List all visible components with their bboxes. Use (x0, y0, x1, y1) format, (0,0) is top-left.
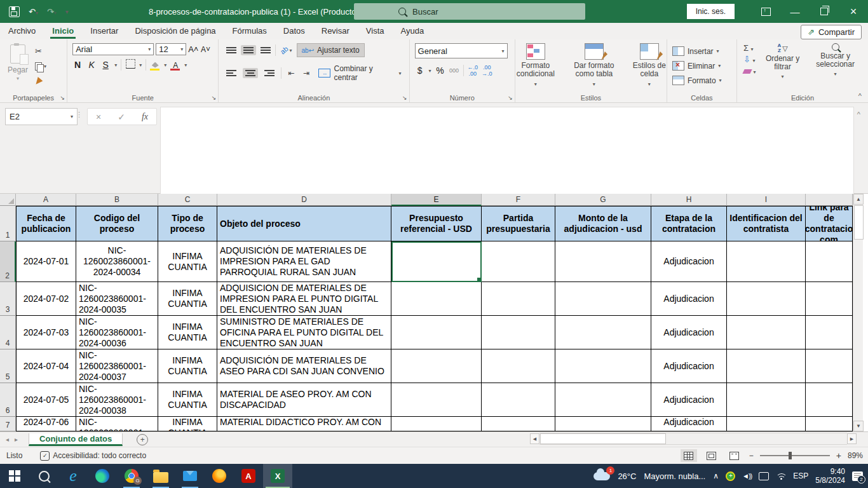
orientation-button[interactable]: ab▾ (278, 44, 294, 56)
tab-vista[interactable]: Vista (358, 24, 393, 39)
row-header-1[interactable]: 1 (0, 206, 16, 241)
new-sheet-button[interactable]: + (137, 434, 148, 445)
antivirus-icon[interactable] (726, 471, 735, 481)
tab-insertar[interactable]: Insertar (82, 24, 126, 39)
normal-view-button[interactable] (681, 449, 697, 462)
insert-function-button[interactable]: fx (142, 112, 148, 122)
format-cells-button[interactable]: Formato▾ (672, 74, 722, 87)
cell-fecha[interactable]: 2024-07-06 (16, 417, 76, 431)
italic-button[interactable]: K (86, 60, 97, 70)
cell-link[interactable] (806, 282, 853, 316)
clear-button[interactable]: ▾ (743, 66, 756, 76)
ribbon-display-options-button[interactable] (751, 0, 780, 23)
file-explorer-button[interactable] (146, 464, 175, 488)
cell-tipo[interactable]: INFIMA CUANTIA (158, 241, 217, 282)
clipboard-dialog-launcher[interactable]: ↘ (60, 95, 65, 101)
cell-identificacion[interactable] (727, 417, 806, 431)
tab-ayuda[interactable]: Ayuda (393, 24, 433, 39)
increase-decimal-button[interactable]: ←.0.00 (468, 64, 478, 77)
cell-etapa[interactable]: Adjudicacion (651, 349, 727, 383)
row-header-3[interactable]: 3 (0, 282, 16, 316)
align-right-button[interactable] (262, 68, 277, 78)
format-as-table-button[interactable]: Dar formato como tabla▾ (563, 42, 625, 92)
cell-tipo[interactable]: INFIMA CUANTIA (158, 417, 217, 431)
save-icon[interactable] (9, 6, 20, 17)
internet-explorer-button[interactable]: e (58, 464, 88, 488)
collapse-ribbon-button[interactable]: ^ (858, 92, 862, 100)
sort-filter-button[interactable]: AZ▽ Ordenar y filtrar▾ (759, 42, 807, 92)
chrome-button[interactable]: G (117, 464, 146, 488)
cell-fecha[interactable]: 2024-07-02 (16, 282, 76, 316)
cell-monto[interactable] (555, 349, 651, 383)
decrease-indent-button[interactable]: ⇤ (285, 67, 297, 79)
cell-monto[interactable] (555, 316, 651, 349)
cell-objeto[interactable]: MATERIAL DE ASEO PROY. AM CON DISCAPACID… (217, 383, 391, 417)
cell-presupuesto[interactable] (391, 282, 482, 316)
decrease-font-button[interactable]: A˅ (200, 45, 210, 54)
header-tipo[interactable]: Tipo de proceso (158, 206, 217, 241)
header-codigo[interactable]: Codigo del proceso (76, 206, 158, 241)
column-header-F[interactable]: F (482, 194, 555, 206)
tab-archivo[interactable]: Archivo (0, 24, 44, 39)
font-name-select[interactable]: Arial▾ (72, 43, 154, 55)
firefox-button[interactable] (205, 464, 234, 488)
zoom-level[interactable]: 89% (848, 451, 863, 460)
borders-button[interactable] (125, 59, 135, 71)
accessibility-status[interactable]: Accesibilidad: todo correcto (53, 451, 146, 460)
cell-monto[interactable] (555, 282, 651, 316)
cell-objeto[interactable]: ADQUISICIÓN DE MATERIALES DE IMPRESION P… (217, 241, 391, 282)
row-header-5[interactable]: 5 (0, 349, 16, 383)
cell-presupuesto[interactable] (391, 417, 482, 431)
minimize-button[interactable]: — (780, 0, 810, 23)
page-layout-view-button[interactable] (703, 449, 720, 462)
cell-fecha[interactable]: 2024-07-03 (16, 316, 76, 349)
signin-button[interactable]: Inic. ses. (687, 4, 735, 19)
cell-etapa[interactable]: Adjudicacion (651, 282, 727, 316)
column-header-E[interactable]: E (391, 194, 482, 206)
font-color-button[interactable]: A (170, 60, 180, 71)
header-presupuesto[interactable]: Presupuesto referencial - USD (391, 206, 482, 241)
cell-objeto[interactable]: ADQUISICIÓN DE MATERIALES DE ASEO PARA C… (217, 349, 391, 383)
active-cell-E2[interactable] (391, 241, 482, 282)
cell-identificacion[interactable] (727, 282, 806, 316)
cell-identificacion[interactable] (727, 349, 806, 383)
cell-tipo[interactable]: INFIMA CUANTIA (158, 383, 217, 417)
mail-button[interactable] (175, 464, 205, 488)
format-painter-button[interactable] (33, 75, 48, 88)
increase-indent-button[interactable]: ⇥ (301, 67, 312, 79)
cell-link[interactable] (806, 349, 853, 383)
decrease-decimal-button[interactable]: .00→.0 (482, 64, 492, 77)
acrobat-button[interactable]: A (234, 464, 263, 488)
cell-partida[interactable] (482, 349, 555, 383)
cell-tipo[interactable]: INFIMA CUANTIA (158, 316, 217, 349)
temperature[interactable]: 26°C (618, 471, 636, 481)
cell-partida[interactable] (482, 383, 555, 417)
column-header-C[interactable]: C (158, 194, 217, 206)
start-button[interactable] (0, 464, 29, 488)
header-objeto[interactable]: Objeto del proceso (217, 206, 391, 241)
align-middle-button[interactable] (241, 45, 256, 55)
header-link[interactable]: Link para de contratacio com (806, 206, 853, 241)
cell-fecha[interactable]: 2024-07-01 (16, 241, 76, 282)
excel-taskbar-button[interactable]: X (263, 464, 292, 488)
font-dialog-launcher[interactable]: ↘ (212, 95, 217, 101)
cell-partida[interactable] (482, 282, 555, 316)
notification-center-icon[interactable]: 2 (852, 471, 863, 481)
scroll-left-button[interactable]: ◀ (530, 433, 539, 444)
cell-presupuesto[interactable] (391, 316, 482, 349)
wifi-icon[interactable] (776, 472, 786, 480)
taskbar-search-button[interactable] (29, 464, 58, 488)
column-header-D[interactable]: D (217, 194, 391, 206)
align-center-button[interactable] (243, 68, 258, 78)
sheet-nav-left-icon[interactable]: ◂ (0, 436, 15, 443)
row-header-7[interactable]: 7 (0, 417, 16, 431)
cell-objeto[interactable]: MATERIAL DIDACTICO PROY. AM CON (217, 417, 391, 431)
cell-link[interactable] (806, 383, 853, 417)
fill-color-button[interactable] (150, 60, 160, 71)
fill-handle[interactable] (477, 277, 482, 282)
row-header-2[interactable]: 2 (0, 241, 16, 282)
column-header-J[interactable] (806, 194, 853, 206)
cell-etapa[interactable]: Adjudicacion (651, 417, 727, 431)
number-format-select[interactable]: General▾ (415, 43, 508, 58)
vertical-scroll-thumb[interactable] (854, 205, 864, 240)
